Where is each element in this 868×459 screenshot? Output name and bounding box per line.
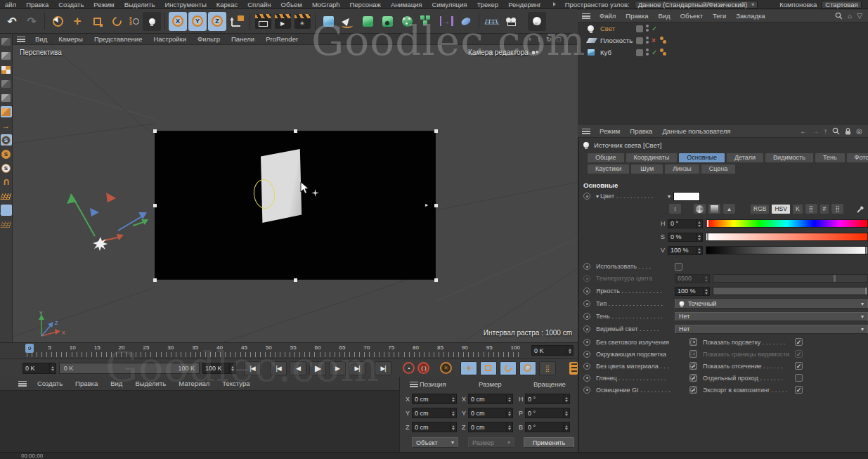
- attribute-tab[interactable]: Шум: [631, 164, 663, 174]
- record-position-toggle[interactable]: +: [460, 361, 477, 375]
- collapse-icon[interactable]: ▾: [596, 193, 599, 200]
- spinner[interactable]: [49, 363, 56, 373]
- animate-dot[interactable]: [583, 339, 590, 346]
- animate-dot[interactable]: [690, 375, 697, 382]
- animate-dot[interactable]: [583, 313, 590, 320]
- axis-mode-button[interactable]: →: [1, 120, 12, 131]
- pos-y-field[interactable]: 0 cm: [412, 408, 457, 418]
- spinner[interactable]: [450, 394, 456, 403]
- frame-handle[interactable]: [294, 278, 297, 282]
- main-menu-item[interactable]: Правка: [21, 1, 53, 8]
- image-picker-icon[interactable]: ▴: [723, 204, 735, 214]
- attribute-menu-item[interactable]: Правка: [625, 127, 657, 135]
- preview-range-slider[interactable]: 0 K 100 K: [59, 363, 200, 374]
- tick-label[interactable]: 40: [216, 344, 223, 351]
- range-start-field[interactable]: 0 K: [22, 363, 56, 374]
- render-settings-button[interactable]: ✳: [293, 12, 311, 31]
- add-light-button[interactable]: [528, 12, 546, 31]
- tick-label[interactable]: 30: [167, 344, 174, 351]
- texture-tag-icons[interactable]: [660, 49, 663, 52]
- checkbox-row[interactable]: Показать границы видимости ✓: [685, 348, 803, 360]
- shadow-dropdown[interactable]: Нет ▾: [675, 312, 868, 321]
- material-menu-item[interactable]: Вид: [104, 380, 129, 387]
- snap-settings-button[interactable]: S: [1, 162, 12, 174]
- hex-mode-button[interactable]: #: [820, 205, 829, 214]
- tab-coordinates[interactable]: Координаты: [626, 153, 678, 162]
- object-name[interactable]: Куб: [600, 49, 611, 56]
- visibility-dots[interactable]: [646, 25, 649, 27]
- edges-mode-button[interactable]: [1, 92, 12, 103]
- spinner[interactable]: [450, 422, 456, 432]
- editor-visibility-toggle[interactable]: [636, 49, 643, 56]
- animate-color-dot[interactable]: [583, 193, 590, 200]
- tab-photometric[interactable]: Фотометрия: [847, 153, 868, 162]
- object-name[interactable]: Плоскость: [600, 37, 633, 44]
- pos-x-field[interactable]: 0 cm: [412, 394, 457, 404]
- subdivision-surface-button[interactable]: [358, 12, 377, 31]
- temperature-slider[interactable]: [713, 274, 868, 283]
- viewport-menu-item[interactable]: ProRender: [260, 35, 304, 43]
- animate-dot[interactable]: [690, 351, 697, 358]
- main-menu-item[interactable]: Рендеринг: [503, 1, 546, 8]
- apply-button[interactable]: Применить: [524, 437, 574, 448]
- material-menu-item[interactable]: Материал: [172, 380, 216, 387]
- tick-label[interactable]: 15: [94, 344, 101, 351]
- editor-visibility-toggle[interactable]: [636, 25, 643, 32]
- spinner[interactable]: [563, 422, 569, 432]
- current-frame-field[interactable]: 0 K: [531, 345, 574, 356]
- eyedropper-icon[interactable]: [856, 205, 865, 214]
- animate-dot[interactable]: [583, 351, 590, 358]
- search-icon[interactable]: [832, 127, 840, 135]
- saturation-field[interactable]: 0 %: [668, 233, 703, 242]
- size-mode-dropdown[interactable]: Размер ▾: [468, 437, 514, 448]
- play-button[interactable]: ▶: [309, 361, 326, 375]
- goto-start-button[interactable]: |◀: [244, 361, 261, 375]
- main-menu-item[interactable]: Сплайн: [242, 1, 276, 8]
- checkbox-row[interactable]: Без светового излучения: [578, 336, 697, 348]
- zoom-view-icon[interactable]: ↕: [538, 36, 541, 43]
- color-swatch[interactable]: [673, 192, 700, 201]
- mixer-mode-icon[interactable]: ⣿: [805, 204, 817, 214]
- history-forward-icon[interactable]: →: [812, 127, 819, 135]
- main-menu-item[interactable]: Анимация: [386, 1, 427, 8]
- main-menu-item[interactable]: Выделить: [119, 1, 160, 8]
- checkbox-row[interactable]: Экспорт в композитинг . . . . . ✓: [685, 384, 803, 396]
- camera-handle-arrow[interactable]: ▸: [425, 202, 428, 208]
- tick-label[interactable]: 65: [339, 344, 345, 351]
- animate-dot[interactable]: [583, 325, 590, 332]
- spinner[interactable]: [696, 247, 702, 254]
- enabled-state-icon[interactable]: ✓: [652, 25, 657, 32]
- texture-tag-icons[interactable]: [660, 37, 663, 40]
- tick-label[interactable]: 70: [363, 344, 370, 351]
- frame-handle[interactable]: [153, 278, 157, 282]
- size-x-field[interactable]: 0 cm: [468, 394, 513, 404]
- search-icon[interactable]: [835, 12, 843, 20]
- material-menu-item[interactable]: Выделить: [129, 380, 172, 387]
- record-rotation-toggle[interactable]: [500, 361, 517, 375]
- tick-label[interactable]: 75: [388, 344, 394, 351]
- tick-label[interactable]: 50: [266, 344, 272, 351]
- record-parameters-toggle[interactable]: P: [519, 361, 536, 375]
- viewport-menu-item[interactable]: Вид: [30, 35, 53, 43]
- tick-label[interactable]: 10: [70, 344, 76, 351]
- checkbox[interactable]: [795, 374, 803, 382]
- rot-p-field[interactable]: 0 °: [525, 408, 570, 418]
- goto-end-button[interactable]: ▶|: [375, 361, 391, 375]
- viewport-canvas[interactable]: Перспектива Камера редактора ▸: [13, 45, 578, 342]
- psr-tool[interactable]: P S R: [127, 12, 141, 31]
- animate-dot[interactable]: [583, 363, 590, 370]
- chevron-down-icon[interactable]: ▾: [668, 193, 671, 200]
- tick-label[interactable]: 60: [315, 344, 321, 351]
- field-button[interactable]: [457, 12, 475, 31]
- tick-label[interactable]: 45: [241, 344, 247, 351]
- checkbox-row[interactable]: Отдельный проход . . . . . . .: [685, 372, 803, 384]
- hsv-mode-button[interactable]: HSV: [772, 205, 789, 214]
- animate-dot[interactable]: [583, 387, 590, 394]
- spinner[interactable]: [703, 287, 709, 295]
- color-wheel-icon[interactable]: [694, 204, 706, 214]
- workplane-button[interactable]: [1, 190, 12, 202]
- render-safe-frame[interactable]: ▸: [155, 131, 436, 280]
- undo-button[interactable]: ↶: [3, 12, 21, 31]
- render-view-button[interactable]: [254, 12, 272, 31]
- hue-field[interactable]: 0 °: [668, 219, 703, 228]
